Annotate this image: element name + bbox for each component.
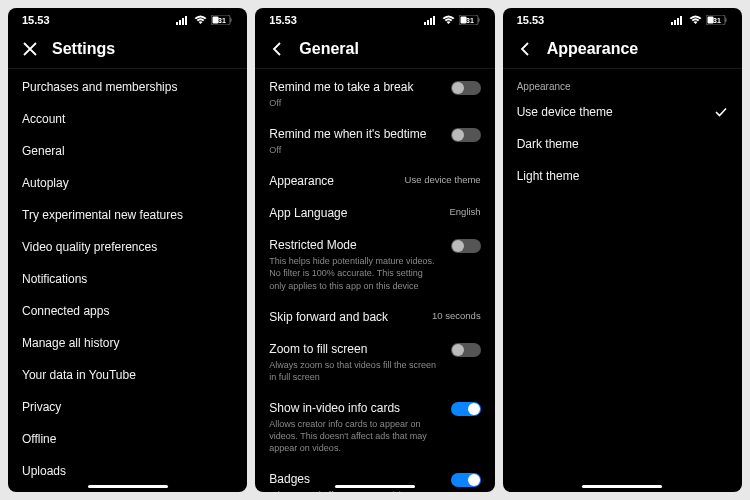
option-dark-theme[interactable]: Dark theme xyxy=(503,128,742,160)
option-light-theme[interactable]: Light theme xyxy=(503,160,742,192)
back-icon[interactable] xyxy=(269,41,285,57)
status-time: 15.53 xyxy=(269,14,297,26)
toggle-bedtime[interactable] xyxy=(451,128,481,142)
svg-rect-0 xyxy=(176,22,178,25)
row-cards[interactable]: Show in-video info cardsAllows creator i… xyxy=(255,392,494,463)
svg-rect-5 xyxy=(230,18,232,22)
settings-item-your-data[interactable]: Your data in YouTube xyxy=(8,359,247,391)
screen-appearance: 15.53 31 Appearance Appearance Use devic… xyxy=(503,8,742,492)
close-icon[interactable] xyxy=(22,41,38,57)
settings-item-general[interactable]: General xyxy=(8,135,247,167)
settings-item-experimental[interactable]: Try experimental new features xyxy=(8,199,247,231)
svg-text:31: 31 xyxy=(713,17,721,24)
wifi-icon xyxy=(689,15,702,25)
svg-rect-11 xyxy=(433,16,435,25)
row-break[interactable]: Remind me to take a breakOff xyxy=(255,71,494,118)
svg-rect-16 xyxy=(671,22,673,25)
status-time: 15.53 xyxy=(517,14,545,26)
svg-text:31: 31 xyxy=(466,17,474,24)
svg-rect-18 xyxy=(677,18,679,25)
toggle-cards[interactable] xyxy=(451,402,481,416)
page-title: Appearance xyxy=(547,40,639,58)
svg-rect-17 xyxy=(674,20,676,25)
settings-item-privacy[interactable]: Privacy xyxy=(8,391,247,423)
section-label: Appearance xyxy=(503,71,742,96)
home-indicator[interactable] xyxy=(335,485,415,488)
row-bedtime[interactable]: Remind me when it's bedtimeOff xyxy=(255,118,494,165)
svg-rect-1 xyxy=(179,20,181,25)
row-meta: 10 seconds xyxy=(432,310,481,321)
settings-list: Purchases and memberships Account Genera… xyxy=(8,69,247,492)
battery-icon: 31 xyxy=(706,15,728,25)
toggle-badges[interactable] xyxy=(451,473,481,487)
home-indicator[interactable] xyxy=(582,485,662,488)
settings-item-notifications[interactable]: Notifications xyxy=(8,263,247,295)
status-right: 31 xyxy=(176,15,233,25)
toggle-restricted[interactable] xyxy=(451,239,481,253)
toggle-zoom[interactable] xyxy=(451,343,481,357)
row-zoom[interactable]: Zoom to fill screenAlways zoom so that v… xyxy=(255,333,494,392)
settings-item-video-quality[interactable]: Video quality preferences xyxy=(8,231,247,263)
cellular-icon xyxy=(671,15,685,25)
svg-rect-8 xyxy=(424,22,426,25)
battery-icon: 31 xyxy=(211,15,233,25)
svg-rect-10 xyxy=(430,18,432,25)
appearance-list: Appearance Use device theme Dark theme L… xyxy=(503,69,742,492)
header: Settings xyxy=(8,32,247,69)
row-meta: Use device theme xyxy=(405,174,481,185)
screen-general: 15.53 31 General Remind me to take a bre… xyxy=(255,8,494,492)
svg-rect-2 xyxy=(182,18,184,25)
header: General xyxy=(255,32,494,69)
row-skip[interactable]: Skip forward and back 10 seconds xyxy=(255,301,494,333)
wifi-icon xyxy=(194,15,207,25)
screen-settings: 15.53 31 Settings Purchases and membersh… xyxy=(8,8,247,492)
settings-item-autoplay[interactable]: Autoplay xyxy=(8,167,247,199)
status-bar: 15.53 31 xyxy=(8,8,247,32)
svg-rect-13 xyxy=(478,18,480,22)
home-indicator[interactable] xyxy=(88,485,168,488)
status-bar: 15.53 31 xyxy=(503,8,742,32)
svg-rect-3 xyxy=(185,16,187,25)
svg-rect-21 xyxy=(725,18,727,22)
back-icon[interactable] xyxy=(517,41,533,57)
settings-item-offline[interactable]: Offline xyxy=(8,423,247,455)
cellular-icon xyxy=(176,15,190,25)
row-appearance[interactable]: Appearance Use device theme xyxy=(255,165,494,197)
settings-item-uploads[interactable]: Uploads xyxy=(8,455,247,487)
settings-item-account[interactable]: Account xyxy=(8,103,247,135)
svg-rect-9 xyxy=(427,20,429,25)
toggle-break[interactable] xyxy=(451,81,481,95)
cellular-icon xyxy=(424,15,438,25)
page-title: General xyxy=(299,40,359,58)
status-bar: 15.53 31 xyxy=(255,8,494,32)
status-time: 15.53 xyxy=(22,14,50,26)
svg-rect-19 xyxy=(680,16,682,25)
svg-text:31: 31 xyxy=(218,17,226,24)
battery-icon: 31 xyxy=(459,15,481,25)
wifi-icon xyxy=(442,15,455,25)
header: Appearance xyxy=(503,32,742,69)
status-right: 31 xyxy=(671,15,728,25)
row-meta: English xyxy=(449,206,480,217)
settings-item-purchases[interactable]: Purchases and memberships xyxy=(8,71,247,103)
general-list: Remind me to take a breakOff Remind me w… xyxy=(255,69,494,492)
status-right: 31 xyxy=(424,15,481,25)
row-restricted[interactable]: Restricted ModeThis helps hide potential… xyxy=(255,229,494,300)
settings-item-history[interactable]: Manage all history xyxy=(8,327,247,359)
page-title: Settings xyxy=(52,40,115,58)
settings-item-connected[interactable]: Connected apps xyxy=(8,295,247,327)
row-language[interactable]: App Language English xyxy=(255,197,494,229)
check-icon xyxy=(714,105,728,119)
option-device-theme[interactable]: Use device theme xyxy=(503,96,742,128)
